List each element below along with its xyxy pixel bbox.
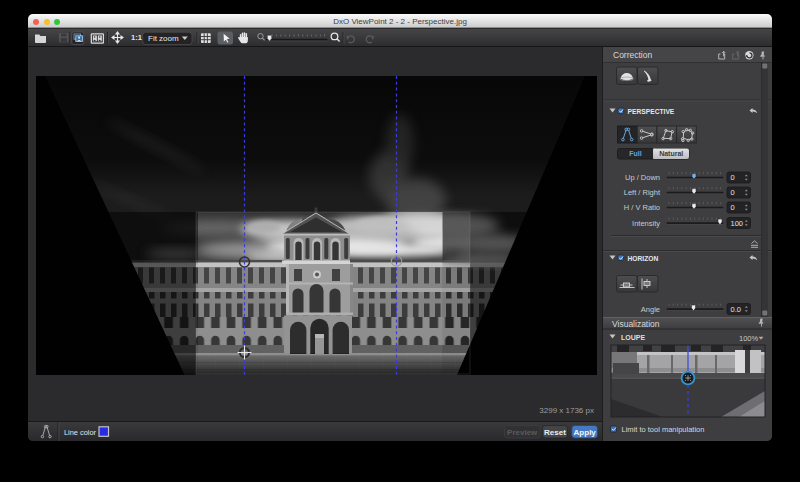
svg-text:100: 100 <box>731 219 744 228</box>
svg-text:100%: 100% <box>739 334 759 343</box>
svg-text:0: 0 <box>731 188 735 197</box>
svg-text:PERSPECTIVE: PERSPECTIVE <box>628 108 675 115</box>
svg-text:Left / Right: Left / Right <box>624 188 661 197</box>
svg-text:Full: Full <box>629 150 641 157</box>
svg-text:Correction: Correction <box>613 50 652 60</box>
svg-text:0: 0 <box>731 203 735 212</box>
svg-text:HORIZON: HORIZON <box>628 255 659 262</box>
svg-text:Angle: Angle <box>641 305 660 314</box>
svg-text:Reset: Reset <box>544 428 566 437</box>
svg-text:Preview: Preview <box>507 428 538 437</box>
svg-text:Fit zoom: Fit zoom <box>148 34 179 43</box>
svg-text:Visualization: Visualization <box>612 319 660 329</box>
svg-text:Intensity: Intensity <box>632 219 660 228</box>
svg-text:Natural: Natural <box>659 150 683 157</box>
svg-text:Limit to tool manipulation: Limit to tool manipulation <box>622 425 705 434</box>
svg-text:0: 0 <box>731 173 735 182</box>
svg-text:Line color: Line color <box>64 428 97 437</box>
svg-text:Apply: Apply <box>574 428 597 437</box>
svg-text:LOUPE: LOUPE <box>621 334 645 341</box>
svg-text:H / V Ratio: H / V Ratio <box>624 203 660 212</box>
svg-text:Up / Down: Up / Down <box>625 173 660 182</box>
svg-text:1:1: 1:1 <box>131 33 142 42</box>
svg-text:0.0: 0.0 <box>731 305 741 314</box>
